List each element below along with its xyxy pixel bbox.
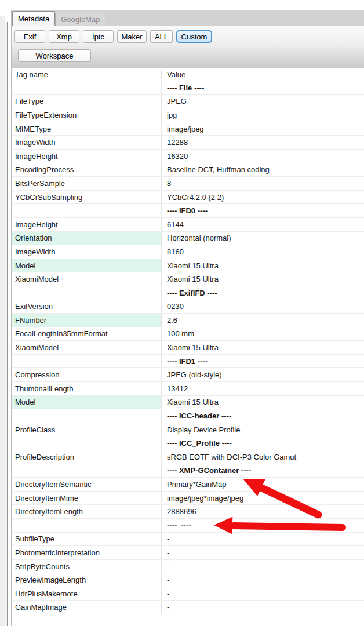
tab-googlemap[interactable]: GoogleMap (55, 13, 105, 26)
tag-name-cell: BitsPerSample (12, 177, 161, 190)
tag-value-cell: Display Device Profile (161, 423, 364, 436)
tag-name-cell: ThumbnailLength (12, 382, 161, 395)
table-row[interactable]: ImageWidth 8160 (12, 245, 364, 259)
tag-value-cell: jpg (161, 108, 364, 122)
filter-button-custom[interactable]: Custom (176, 30, 212, 43)
filter-button-maker[interactable]: Maker (117, 30, 147, 43)
tag-name-cell: FocalLengthIn35mmFormat (12, 327, 161, 341)
tag-name-cell: XiaomiModel (12, 341, 161, 354)
column-header-tag-name[interactable]: Tag name (12, 70, 161, 79)
table-row[interactable]: ExifVersion 0230 (12, 300, 364, 314)
table-row[interactable]: GainMapImage - (12, 601, 364, 615)
tag-value-cell: 2.6 (161, 314, 364, 327)
table-row[interactable]: ---- File ---- (12, 81, 364, 95)
tag-name-cell: FileType (12, 95, 161, 108)
tag-value-cell: ---- IFD1 ---- (161, 355, 364, 368)
table-row[interactable]: ---- IFD0 ---- (12, 204, 364, 218)
workspace-button-row: Workspace (18, 49, 91, 62)
tag-name-cell (12, 355, 161, 368)
tag-value-cell: 6144 (161, 218, 364, 231)
left-panel-edge (0, 16, 5, 626)
tag-value-cell: 8160 (161, 245, 364, 259)
table-row[interactable]: FNumber 2.6 (12, 314, 364, 327)
tag-name-cell: GainMapImage (12, 601, 161, 614)
table-row[interactable]: DirectoryItemSemantic Primary*GainMap (12, 478, 364, 492)
table-row[interactable]: ---- ---- (12, 519, 364, 533)
tag-value-cell: 100 mm (161, 327, 364, 341)
table-row[interactable]: HdrPlusMakernote - (12, 587, 364, 601)
filter-button-iptc[interactable]: Iptc (83, 30, 114, 43)
tag-value-cell: 13412 (161, 382, 364, 395)
table-header-row: Tag name Value (12, 68, 364, 81)
tag-name-cell: FileTypeExtension (12, 108, 161, 122)
tag-value-cell: Primary*GainMap (161, 478, 364, 491)
table-row[interactable]: Compression JPEG (old-style) (12, 368, 364, 382)
tag-value-cell: ---- ICC-header ---- (161, 409, 364, 423)
table-row[interactable]: ---- ExifIFD ---- (12, 286, 364, 300)
table-row[interactable]: PhotometricInterpretation - (12, 546, 364, 560)
tag-name-cell (12, 519, 161, 532)
tag-name-cell (12, 464, 161, 478)
tag-name-cell: ImageHeight (12, 150, 161, 163)
table-row[interactable]: ProfileDescription sRGB EOTF with DCI-P3… (12, 450, 364, 464)
table-row[interactable]: Model Xiaomi 15 Ultra (12, 396, 364, 410)
table-row[interactable]: ImageHeight 6144 (12, 218, 364, 232)
table-row[interactable]: Orientation Horizontal (normal) (12, 232, 364, 246)
tag-name-cell: ImageWidth (12, 136, 161, 149)
table-row[interactable]: ImageWidth 12288 (12, 136, 364, 150)
table-row[interactable]: FileType JPEG (12, 95, 364, 109)
table-row[interactable]: SubfileType - (12, 533, 364, 547)
tag-name-cell: Orientation (12, 232, 161, 245)
table-row[interactable]: ---- ICC_Profile ---- (12, 436, 364, 450)
table-row[interactable]: StripByteCounts - (12, 560, 364, 574)
tag-name-cell: ExifVersion (12, 300, 161, 314)
table-row[interactable]: YCbCrSubSampling YCbCr4:2:0 (2 2) (12, 191, 364, 205)
panel-splitter[interactable] (5, 22, 8, 626)
table-row[interactable]: DirectoryItemLength 2888696 (12, 505, 364, 519)
table-row[interactable]: Model Xiaomi 15 Ultra (12, 259, 364, 273)
filter-button-exif[interactable]: Exif (14, 30, 45, 43)
filter-button-xmp[interactable]: Xmp (49, 30, 79, 43)
tag-name-cell: DirectoryItemSemantic (12, 478, 161, 491)
tag-value-cell: Xiaomi 15 Ultra (161, 259, 364, 272)
tag-value-cell: 16320 (161, 150, 364, 163)
table-row[interactable]: ImageHeight 16320 (12, 150, 364, 163)
tag-value-cell: sRGB EOTF with DCI-P3 Color Gamut (161, 450, 364, 464)
tab-googlemap-label: GoogleMap (61, 15, 100, 24)
table-row[interactable]: FocalLengthIn35mmFormat 100 mm (12, 327, 364, 341)
tag-value-cell: ---- XMP-GContainer ---- (161, 464, 364, 478)
table-row[interactable]: XiaomiModel Xiaomi 15 Ultra (12, 272, 364, 286)
tag-name-cell: DirectoryItemMime (12, 492, 161, 505)
tag-value-cell: Horizontal (normal) (161, 232, 364, 245)
table-row[interactable]: EncodingProcess Baseline DCT, Huffman co… (12, 163, 364, 177)
column-header-value[interactable]: Value (161, 70, 364, 79)
table-row[interactable]: BitsPerSample 8 (12, 177, 364, 191)
table-row[interactable]: FileTypeExtension jpg (12, 108, 364, 122)
table-row[interactable]: XiaomiModel Xiaomi 15 Ultra (12, 341, 364, 355)
table-body: ---- File ---- FileType JPEG FileTypeExt… (12, 81, 364, 614)
tag-value-cell: image/jpeg (161, 122, 364, 136)
table-row[interactable]: DirectoryItemMime image/jpeg*image/jpeg (12, 492, 364, 505)
metadata-panel: Metadata GoogleMap Exif Xmp Iptc Maker A… (11, 10, 364, 626)
table-row[interactable]: ---- ICC-header ---- (12, 409, 364, 423)
tab-metadata[interactable]: Metadata (12, 11, 55, 26)
tag-name-cell: ImageWidth (12, 245, 161, 259)
table-row[interactable]: PreviewImageLength - (12, 573, 364, 587)
tag-name-cell: MIMEType (12, 122, 161, 136)
tag-value-cell: YCbCr4:2:0 (2 2) (161, 191, 364, 204)
tag-value-cell: JPEG (161, 95, 364, 108)
table-row[interactable]: ProfileClass Display Device Profile (12, 423, 364, 437)
tag-value-cell: Xiaomi 15 Ultra (161, 341, 364, 354)
table-row[interactable]: MIMEType image/jpeg (12, 122, 364, 136)
table-row[interactable]: ---- XMP-GContainer ---- (12, 464, 364, 478)
tag-value-cell: 0230 (161, 300, 364, 314)
filter-button-all[interactable]: ALL (150, 30, 173, 43)
tag-value-cell: - (161, 533, 364, 546)
filter-button-row: Exif Xmp Iptc Maker ALL Custom (14, 30, 212, 43)
tag-name-cell: ProfileClass (12, 423, 161, 436)
table-row[interactable]: ---- IFD1 ---- (12, 355, 364, 369)
table-row[interactable]: ThumbnailLength 13412 (12, 382, 364, 396)
tag-value-cell: ---- ICC_Profile ---- (161, 436, 364, 450)
tag-value-cell: - (161, 546, 364, 559)
workspace-button[interactable]: Workspace (18, 49, 91, 62)
